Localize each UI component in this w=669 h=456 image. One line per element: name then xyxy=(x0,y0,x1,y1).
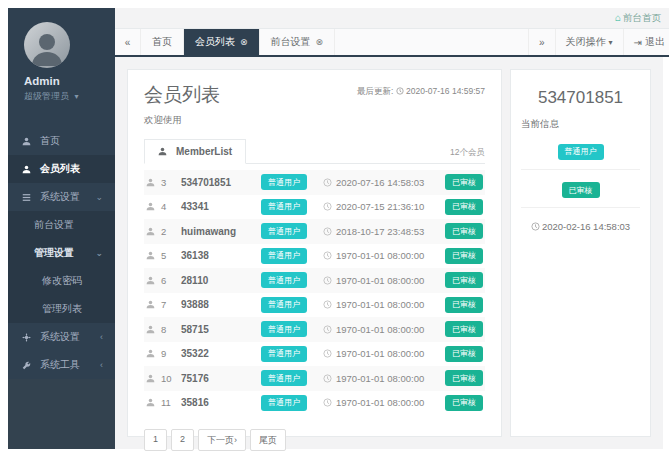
tab-memberlist[interactable]: MemberList xyxy=(144,139,246,164)
table-row[interactable]: 4 43341 普通用户 2020-07-15 21:36:10 已审核 xyxy=(144,195,485,220)
page-title: 会员列表 xyxy=(144,82,220,108)
sidebar-item-0[interactable]: 首页 xyxy=(8,127,115,155)
table-row[interactable]: 6 28110 普通用户 1970-01-01 08:00:00 已审核 xyxy=(144,268,485,293)
status-badge[interactable]: 已审核 xyxy=(445,248,483,264)
user-role-dropdown[interactable]: 超级管理员 ▾ xyxy=(24,90,115,103)
user-icon xyxy=(22,137,35,146)
sidebar-nav: 首页会员列表系统设置⌄前台设置管理设置⌄修改密码管理列表系统设置‹系统工具‹ xyxy=(8,127,115,379)
tab-label: 首页 xyxy=(152,35,172,49)
chevron-down-icon: ⌄ xyxy=(95,248,103,258)
status-badge[interactable]: 已审核 xyxy=(445,272,483,288)
tab-0[interactable]: 首页 xyxy=(141,29,184,55)
role-badge[interactable]: 普通用户 xyxy=(261,395,307,411)
close-operations-dropdown[interactable]: 关闭操作▾ xyxy=(555,29,623,55)
page-button-0[interactable]: 1 xyxy=(144,429,167,451)
table-row[interactable]: 7 93888 普通用户 1970-01-01 08:00:00 已审核 xyxy=(144,293,485,318)
status-badge[interactable]: 已审核 xyxy=(445,199,483,215)
status-badge[interactable]: 已审核 xyxy=(445,395,483,411)
user-icon xyxy=(146,300,161,309)
logout-button[interactable]: ⇥退出 xyxy=(623,29,669,55)
top-header-bar: ⌂前台首页 xyxy=(115,8,669,28)
clock-icon xyxy=(323,202,332,211)
tabs-scroll-left-button[interactable]: « xyxy=(115,29,141,55)
role-badge[interactable]: 普通用户 xyxy=(558,144,604,160)
avatar[interactable] xyxy=(24,22,70,68)
table-row[interactable]: 9 35322 普通用户 1970-01-01 08:00:00 已审核 xyxy=(144,342,485,367)
tab-1[interactable]: 会员列表⊗ xyxy=(184,29,260,55)
app-window: Admin 超级管理员 ▾ 首页会员列表系统设置⌄前台设置管理设置⌄修改密码管理… xyxy=(8,8,667,449)
page-button-1[interactable]: 2 xyxy=(171,429,194,451)
member-name: 36138 xyxy=(181,250,261,261)
status-badge[interactable]: 已审核 xyxy=(445,174,483,190)
member-name: 534701851 xyxy=(181,177,261,188)
table-row[interactable]: 11 35816 普通用户 1970-01-01 08:00:00 已审核 xyxy=(144,391,485,416)
member-time: 2020-07-16 14:58:03 xyxy=(323,177,445,188)
role-badge[interactable]: 普通用户 xyxy=(261,223,307,239)
clock-icon xyxy=(323,178,332,187)
role-badge[interactable]: 普通用户 xyxy=(261,370,307,386)
tab-2[interactable]: 前台设置⊗ xyxy=(260,29,336,55)
page-button-3[interactable]: 尾页 xyxy=(250,429,286,451)
tabs-scroll-right-button[interactable]: » xyxy=(528,29,555,55)
chevron-down-icon: ⌄ xyxy=(95,192,103,202)
detail-role-row: 普通用户 xyxy=(521,131,640,170)
table-row[interactable]: 8 58715 普通用户 1970-01-01 08:00:00 已审核 xyxy=(144,317,485,342)
member-time: 1970-01-01 08:00:00 xyxy=(323,324,445,335)
user-icon xyxy=(146,349,161,358)
close-icon[interactable]: ⊗ xyxy=(316,37,324,47)
last-update-text: 最后更新: 2020-07-16 14:59:57 xyxy=(357,82,485,98)
profile-section: Admin 超级管理员 ▾ xyxy=(8,8,115,113)
table-row[interactable]: 10 75176 普通用户 1970-01-01 08:00:00 已审核 xyxy=(144,366,485,391)
role-badge[interactable]: 普通用户 xyxy=(261,199,307,215)
member-list-tabs: MemberList 12个会员 xyxy=(144,139,485,164)
role-badge[interactable]: 普通用户 xyxy=(261,297,307,313)
status-badge[interactable]: 已审核 xyxy=(445,297,483,313)
clock-icon xyxy=(396,87,404,95)
member-time: 2020-07-15 21:36:10 xyxy=(323,201,445,212)
sidebar-item-label: 修改密码 xyxy=(42,274,82,288)
member-id: 6 xyxy=(161,275,181,286)
frontend-home-link[interactable]: ⌂前台首页 xyxy=(615,12,661,25)
member-id: 2 xyxy=(161,226,181,237)
detail-time-row: 2020-02-16 14:58:03 xyxy=(521,208,640,244)
sidebar-item-label: 管理设置 xyxy=(34,246,74,260)
sidebar-item-5[interactable]: 修改密码 xyxy=(8,267,115,295)
status-badge[interactable]: 已审核 xyxy=(445,321,483,337)
page-button-2[interactable]: 下一页› xyxy=(198,429,246,451)
table-row[interactable]: 3 534701851 普通用户 2020-07-16 14:58:03 已审核 xyxy=(144,170,485,195)
table-row[interactable]: 5 36138 普通用户 1970-01-01 08:00:00 已审核 xyxy=(144,244,485,269)
role-badge[interactable]: 普通用户 xyxy=(261,272,307,288)
role-badge[interactable]: 普通用户 xyxy=(261,248,307,264)
pagination: 12下一页›尾页 xyxy=(144,429,485,451)
status-badge[interactable]: 已审核 xyxy=(445,346,483,362)
member-name: huimawang xyxy=(181,226,261,237)
member-name: 35816 xyxy=(181,397,261,408)
sidebar-item-7[interactable]: 系统设置‹ xyxy=(8,323,115,351)
status-badge[interactable]: 已审核 xyxy=(562,182,600,198)
sidebar-item-1[interactable]: 会员列表 xyxy=(8,155,115,183)
table-row[interactable]: 2 huimawang 普通用户 2018-10-17 23:48:53 已审核 xyxy=(144,219,485,244)
sidebar-item-8[interactable]: 系统工具‹ xyxy=(8,351,115,379)
sidebar-item-4[interactable]: 管理设置⌄ xyxy=(8,239,115,267)
open-tabs: 首页会员列表⊗前台设置⊗ xyxy=(141,29,335,55)
sidebar-item-6[interactable]: 管理列表 xyxy=(8,295,115,323)
role-badge[interactable]: 普通用户 xyxy=(261,174,307,190)
role-badge[interactable]: 普通用户 xyxy=(261,321,307,337)
sidebar-item-3[interactable]: 前台设置 xyxy=(8,211,115,239)
user-icon xyxy=(146,374,161,383)
close-icon[interactable]: ⊗ xyxy=(240,37,248,47)
user-icon xyxy=(146,202,161,211)
clock-icon xyxy=(323,227,332,236)
sidebar-item-2[interactable]: 系统设置⌄ xyxy=(8,183,115,211)
member-id: 8 xyxy=(161,324,181,335)
member-id: 9 xyxy=(161,348,181,359)
member-time: 1970-01-01 08:00:00 xyxy=(323,275,445,286)
sidebar-item-label: 首页 xyxy=(40,134,60,148)
user-icon xyxy=(146,398,161,407)
detail-title: 534701851 xyxy=(521,88,640,108)
clock-icon xyxy=(323,276,332,285)
role-badge[interactable]: 普通用户 xyxy=(261,346,307,362)
status-badge[interactable]: 已审核 xyxy=(445,370,483,386)
status-badge[interactable]: 已审核 xyxy=(445,223,483,239)
member-detail-panel: 534701851 当前信息 普通用户 已审核 2020-02-16 14:58… xyxy=(510,69,651,437)
